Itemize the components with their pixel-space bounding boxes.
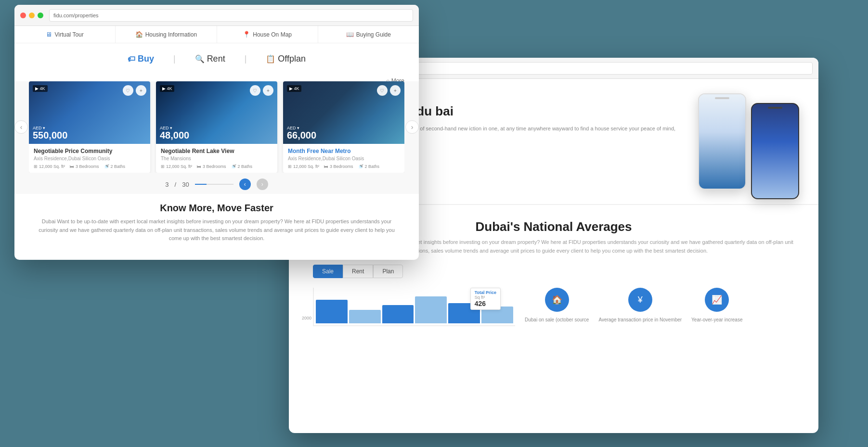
area-icon-2: ⊞ [161, 164, 165, 169]
card-3-price-overlay: AED ▾ 66,000 [287, 126, 316, 140]
app-phones [698, 93, 799, 199]
housing-info-icon: 🏠 [135, 31, 143, 38]
chart-tooltip-secondary: Sq ft² [475, 295, 496, 300]
card-1-baths: 🚿 2 Baths [104, 164, 126, 169]
card-1-heart[interactable]: ♡ [123, 85, 133, 96]
know-more-text: Dubai Want to be up-to-date with expert … [34, 217, 400, 243]
tab-offplan[interactable]: 📋 Offplan [261, 52, 311, 66]
card-1-title: Negotiable Price Community [34, 148, 145, 154]
phone-speaker-white [715, 97, 729, 99]
nav-house-on-map[interactable]: 📍 House On Map [217, 26, 318, 43]
tab-rent[interactable]: 🔍 Rent [190, 52, 230, 66]
card-3-area: ⊞ 12,000 Sq. ft² [288, 164, 319, 169]
front-browser-nav: fidu.com/properties [14, 5, 419, 26]
front-browser-window: fidu.com/properties 🖥 Virtual Tour 🏠 Hou… [14, 5, 419, 260]
property-card-2[interactable]: ▶ 4K ♡ + AED ▾ 48,000 Negotiable Rent La… [156, 81, 277, 173]
card-2-plus[interactable]: + [263, 85, 273, 96]
chart-column: 2000 Total Price Sq ft² 426 [313, 288, 515, 326]
chart-y-label: 2000 [302, 316, 311, 320]
card-2-title: Negotiable Rent Lake View [161, 148, 272, 154]
card-3-plus[interactable]: + [390, 85, 401, 96]
card-3-heart[interactable]: ♡ [377, 85, 388, 96]
card-1-plus[interactable]: + [136, 85, 146, 96]
property-cards-section: ‹ ▶ 4K ♡ + AED ▾ 550,000 Negot [14, 81, 419, 173]
card-3-baths: 🚿 2 Baths [358, 164, 380, 169]
phone-screen-light [699, 94, 745, 189]
card-3-actions: ♡ + [377, 85, 401, 96]
card-2-heart[interactable]: ♡ [250, 85, 260, 96]
property-card-1[interactable]: ▶ 4K ♡ + AED ▾ 550,000 Negotiable Price … [29, 81, 150, 173]
prev-arrow-button[interactable]: ‹ [14, 120, 28, 134]
page-next-button[interactable]: › [257, 179, 268, 190]
page-prev-button[interactable]: ‹ [239, 179, 251, 190]
stat-price-label: Average transaction price in November [598, 317, 682, 323]
phone-mockup-white [698, 93, 746, 190]
offplan-label: Offplan [278, 54, 306, 64]
card-2-body: Negotiable Rent Lake View The Mansions ⊞… [156, 144, 277, 173]
bath-icon-2: 🚿 [231, 164, 236, 169]
bed-icon-1: 🛏 [70, 164, 74, 169]
card-2-price: 48,000 [160, 130, 189, 140]
stat-avg-price: ¥ Average transaction price in November [598, 288, 682, 326]
page-progress-bar [195, 184, 233, 185]
chart-tooltip: Total Price Sq ft² 426 [470, 288, 501, 310]
stat-dubai-label: Dubai on sale (october source [525, 317, 589, 323]
card-2-area: ⊞ 12,000 Sq. ft² [161, 164, 192, 169]
nav-buying-guide[interactable]: 📖 Buying Guide [318, 26, 419, 43]
front-dot-red [20, 13, 26, 18]
chart-bar-2 [349, 310, 381, 323]
stat-dubai-sale: 🏠 Dubai on sale (october source [525, 288, 589, 326]
cards-wrapper: ▶ 4K ♡ + AED ▾ 550,000 Negotiable Price … [29, 81, 404, 173]
stat-home-icon: 🏠 [545, 288, 569, 312]
bath-icon-3: 🚿 [358, 164, 363, 169]
averages-body: 2000 Total Price Sq ft² 426 🏠 [313, 288, 794, 326]
bed-icon-3: 🛏 [324, 164, 328, 169]
card-1-price-overlay: AED ▾ 550,000 [33, 126, 67, 140]
page-total: 30 [182, 181, 189, 188]
nav-housing-info[interactable]: 🏠 Housing Information [116, 26, 217, 43]
tab-buy[interactable]: 🏷 Buy [123, 52, 159, 66]
card-2-image: ▶ 4K ♡ + AED ▾ 48,000 [156, 81, 277, 144]
rent-icon: 🔍 [195, 54, 205, 64]
property-tabs-wrapper: 🏷 Buy | 🔍 Rent | 📋 Offplan ○ More [14, 43, 419, 81]
card-1-actions: ♡ + [123, 85, 146, 96]
front-browser-url[interactable]: fidu.com/properties [49, 9, 413, 22]
next-arrow-button[interactable]: › [405, 120, 419, 134]
card-1-area: ⊞ 12,000 Sq. ft² [34, 164, 65, 169]
card-1-body: Negotiable Price Community Axis Residenc… [29, 144, 150, 173]
front-dot-yellow [29, 13, 35, 18]
card-2-features: ⊞ 12,000 Sq. ft² 🛏 3 Bedrooms 🚿 2 Baths [161, 164, 272, 169]
pagination: 3 / 30 ‹ › [14, 173, 419, 194]
know-more-title: Know More, Move Faster [34, 203, 400, 214]
front-browser-dots [20, 13, 43, 18]
buying-guide-label: Buying Guide [356, 31, 391, 38]
card-1-beds: 🛏 3 Bedrooms [70, 164, 99, 169]
property-card-3[interactable]: ▶ 4K ♡ + AED ▾ 66,000 Month Free Near Me… [283, 81, 404, 173]
nav-virtual-tour[interactable]: 🖥 Virtual Tour [14, 26, 116, 43]
avg-tab-sale[interactable]: Sale [313, 265, 343, 278]
offplan-icon: 📋 [266, 54, 275, 64]
card-2-subtitle: The Mansions [161, 156, 272, 161]
card-1-price: 550,000 [33, 130, 67, 140]
card-2-beds: 🛏 3 Bedrooms [197, 164, 226, 169]
avg-tab-rent[interactable]: Rent [343, 265, 373, 278]
averages-tabs: Sale Rent Plan [313, 265, 794, 278]
avg-tab-plan[interactable]: Plan [373, 265, 403, 278]
tab-divider-2: | [245, 54, 247, 64]
housing-info-label: Housing Information [145, 31, 197, 38]
chart-bar-4 [415, 296, 447, 323]
rent-label: Rent [207, 54, 225, 64]
card-1-features: ⊞ 12,000 Sq. ft² 🛏 3 Bedrooms 🚿 2 Baths [34, 164, 145, 169]
virtual-tour-label: Virtual Tour [54, 31, 83, 38]
stat-trend-icon: 📈 [705, 288, 729, 312]
card-2-actions: ♡ + [250, 85, 273, 96]
front-dot-green [38, 13, 43, 18]
page-progress-fill [195, 184, 207, 185]
card-3-subtitle: Axis Residence,Dubai Silicon Oasis [288, 156, 400, 161]
card-1-badge: ▶ 4K [33, 85, 48, 92]
chart-area: 2000 Total Price Sq ft² 426 [313, 288, 515, 326]
phone-mockup-dark [751, 103, 799, 199]
house-map-icon: 📍 [243, 31, 250, 38]
bed-icon-2: 🛏 [197, 164, 201, 169]
card-3-title: Month Free Near Metro [288, 148, 400, 154]
